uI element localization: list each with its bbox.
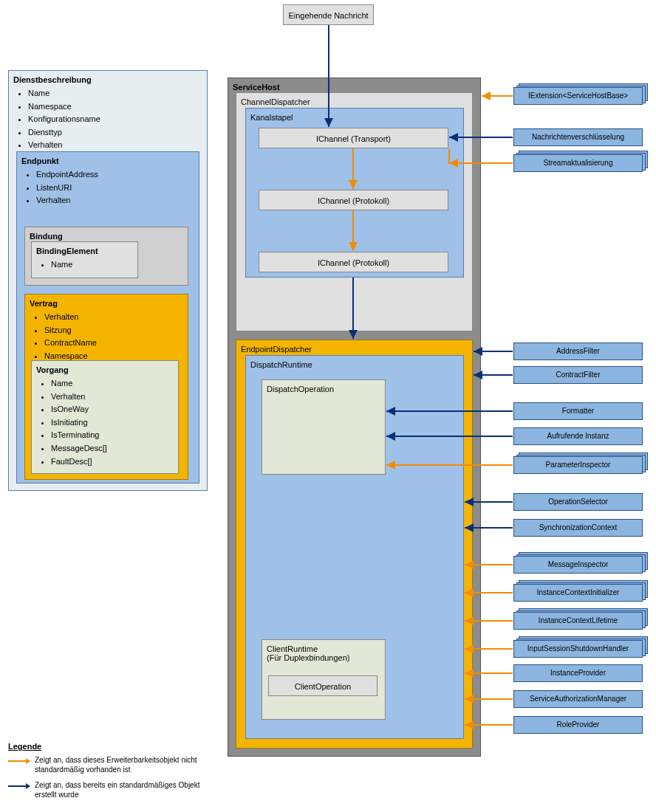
- operation-box: Vorgang Name Verhalten IsOneWay IsInitia…: [31, 360, 179, 474]
- ext-address-filter: AddressFilter: [513, 343, 643, 360]
- binding-element-title: BindingElement: [36, 247, 133, 255]
- operation-item: IsInitiating: [51, 416, 174, 430]
- contract-item: Verhalten: [44, 311, 183, 324]
- ext-msg-encrypt: Nachrichtenverschlüsselung: [513, 128, 643, 146]
- desc-item: Namespace: [28, 100, 202, 114]
- legend-orange-arrow-icon: [8, 757, 30, 765]
- operation-item: FaultDesc[]: [51, 455, 174, 469]
- desc-item: Konfigurationsname: [28, 113, 202, 126]
- operation-item: MessageDesc[]: [51, 442, 174, 455]
- ext-ictx-init: InstanceContextInitializer: [513, 584, 643, 602]
- ext-op-selector: OperationSelector: [513, 493, 643, 511]
- dispatch-operation-box: DispatchOperation: [262, 379, 386, 475]
- desc-item: Verhalten: [28, 139, 202, 152]
- contract-item: Sitzung: [44, 324, 183, 337]
- service-description-list: Name Namespace Konfigurationsname Dienst…: [13, 87, 202, 152]
- contract-title: Vertrag: [30, 299, 183, 308]
- ichannel-protocol-box: IChannel (Protokoll): [259, 190, 448, 210]
- contract-item: ContractName: [44, 337, 183, 350]
- kanalstapel-title: Kanalstapel: [250, 113, 459, 122]
- endpoint-dispatcher-title: EndpointDispatcher: [241, 345, 468, 354]
- channel-dispatcher-title: ChannelDispatcher: [241, 97, 468, 106]
- desc-item: Name: [28, 87, 202, 100]
- ext-contract-filter: ContractFilter: [513, 366, 643, 384]
- ext-param-inspector: ParameterInspector: [513, 456, 643, 474]
- service-description-title: Dienstbeschreibung: [13, 75, 202, 84]
- ichannel-transport-box: IChannel (Transport): [259, 128, 448, 148]
- ext-formatter: Formatter: [513, 402, 643, 420]
- contract-list: Verhalten Sitzung ContractName Namespace: [30, 311, 183, 362]
- legend-title: Legende: [8, 742, 200, 751]
- client-runtime-line1: ClientRuntime: [267, 644, 380, 653]
- endpoint-title: Endpunkt: [21, 156, 194, 165]
- endpoint-item: Verhalten: [36, 194, 194, 207]
- client-operation-box: ClientOperation: [268, 675, 377, 696]
- legend: Legende Zeigt an, dass dieses Erweiterba…: [8, 742, 200, 805]
- ext-msg-inspector: MessageInspector: [513, 556, 643, 574]
- binding-title: Bindung: [30, 232, 183, 241]
- service-host-title: ServiceHost: [233, 83, 476, 92]
- incoming-message-box: Eingehende Nachricht: [283, 4, 374, 25]
- operation-list: Name Verhalten IsOneWay IsInitiating IsT…: [36, 377, 174, 468]
- ext-invoker: Aufrufende Instanz: [513, 427, 643, 445]
- legend-orange-text: Zeigt an, dass dieses Erweiterbarkeitsob…: [35, 755, 200, 774]
- legend-blue-arrow-icon: [8, 782, 30, 791]
- ext-instance-provider: InstanceProvider: [513, 664, 643, 682]
- operation-item: Verhalten: [51, 390, 174, 404]
- ext-stream-update: Streamaktualisierung: [513, 154, 643, 172]
- ext-input-shutdown: InputSessionShutdownHandler: [513, 640, 643, 658]
- endpoint-item: EndpointAddress: [36, 168, 194, 182]
- binding-element-box: BindingElement Name: [31, 241, 138, 278]
- ext-sync-context: SynchronizationContext: [513, 519, 643, 537]
- endpoint-item: ListenURI: [36, 182, 194, 195]
- ext-svc-auth-mgr: ServiceAuthorizationManager: [513, 690, 643, 708]
- operation-title: Vorgang: [36, 365, 174, 374]
- legend-blue-text: Zeigt an, dass bereits ein standardmäßig…: [35, 780, 200, 799]
- client-runtime-line2: (Für Duplexbindungen): [267, 653, 380, 662]
- operation-item: IsOneWay: [51, 403, 174, 416]
- ichannel-protocol-box: IChannel (Protokoll): [259, 252, 448, 272]
- ext-iextension: IExtension<ServiceHostBase>: [513, 87, 643, 105]
- ext-ictx-lifetime: InstanceContextLifetime: [513, 612, 643, 630]
- endpoint-list: EndpointAddress ListenURI Verhalten: [21, 168, 194, 207]
- dispatch-operation-title: DispatchOperation: [267, 385, 380, 393]
- binding-element-list: Name: [36, 258, 133, 272]
- dispatch-runtime-title: DispatchRuntime: [250, 360, 459, 369]
- operation-item: Name: [51, 377, 174, 390]
- desc-item: Diensttyp: [28, 126, 202, 140]
- operation-item: IsTerminating: [51, 429, 174, 442]
- binding-element-item: Name: [51, 258, 133, 272]
- ext-role-provider: RoleProvider: [513, 716, 643, 734]
